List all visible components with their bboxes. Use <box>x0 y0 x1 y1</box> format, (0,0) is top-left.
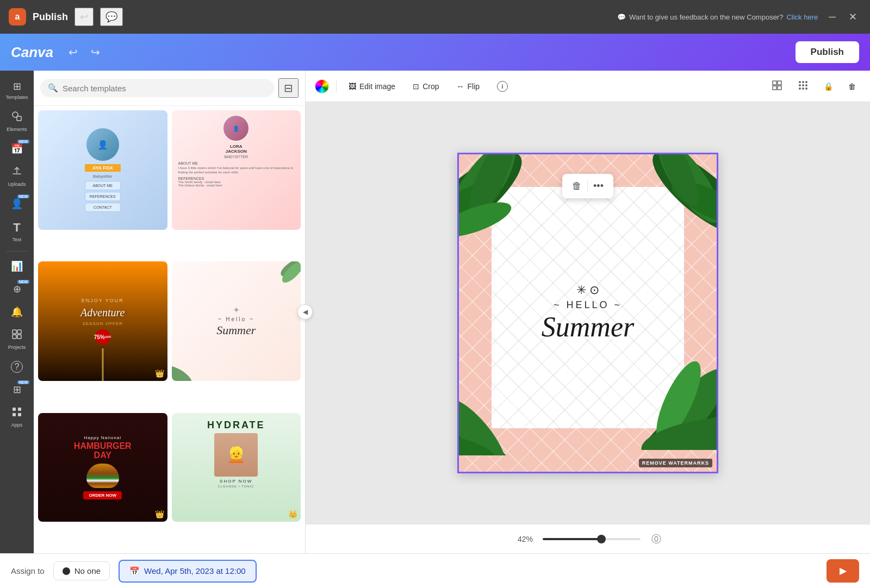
toolbar-divider-1 <box>336 80 337 93</box>
sidebar-item-text[interactable]: T Text <box>2 216 32 247</box>
editor-panel: 🖼 Edit image ⊡ Crop ↔ Flip i <box>306 71 870 553</box>
sidebar-item-new4[interactable]: NEW ⊞ <box>2 379 32 400</box>
schedule-button[interactable]: ▶ <box>826 559 859 583</box>
svg-point-18 <box>802 81 804 83</box>
app-title: Publish <box>33 11 68 23</box>
elements-label: Elements <box>7 127 27 132</box>
sidebar-narrow: ⊞ Templates Elements NEW 📅 <box>0 71 34 553</box>
projects-icon <box>11 329 22 342</box>
search-input-wrap: 🔍 <box>40 79 274 97</box>
svg-rect-6 <box>13 408 16 411</box>
crown-icon-adventure: 👑 <box>155 369 164 378</box>
apps-label: Apps <box>11 422 23 428</box>
template-card-babysitter1[interactable]: 👤 AYA FOX Babysitter ABOUT ME REFERENCES… <box>38 110 167 230</box>
undo-app-button[interactable]: ↩ <box>74 8 94 26</box>
svg-point-20 <box>799 84 801 86</box>
no-one-label: No one <box>74 566 101 576</box>
sidebar-item-analytics[interactable]: 📊 <box>2 256 32 277</box>
minimize-button[interactable]: ─ <box>824 9 840 25</box>
editor-body: ⊞ Templates Elements NEW 📅 <box>0 71 870 553</box>
trash-icon: 🗑 <box>848 82 856 91</box>
panel-hide-button[interactable]: ◀ <box>297 304 313 320</box>
uploads-label: Uploads <box>8 182 26 187</box>
bell-icon: 🔔 <box>11 306 23 318</box>
zoom-slider-thumb[interactable] <box>597 535 606 543</box>
close-button[interactable]: ✕ <box>844 9 861 25</box>
ctx-menu-divider <box>587 181 588 192</box>
svg-point-17 <box>799 81 801 83</box>
zoom-slider-wrap <box>543 538 641 540</box>
zoom-help-icon[interactable]: ⓪ <box>651 533 661 546</box>
pattern-tool-button[interactable] <box>792 77 814 96</box>
color-picker[interactable] <box>314 79 330 94</box>
templates-icon: ⊞ <box>13 80 21 92</box>
grid-tool-icon <box>772 80 782 92</box>
sidebar-divider <box>6 251 28 252</box>
delete-button[interactable]: 🗑 <box>843 79 861 94</box>
canvas-context-menu: 🗑 ••• <box>562 174 613 198</box>
grid-tool-button[interactable] <box>766 77 788 96</box>
leaf-bottom-left <box>457 358 540 455</box>
zoom-value: 42% <box>514 535 536 543</box>
templates-label: Templates <box>5 95 28 100</box>
publish-button[interactable]: Publish <box>796 41 859 63</box>
analytics-icon: 📊 <box>11 260 23 272</box>
undo-button[interactable]: ↩ <box>64 43 82 61</box>
flip-button[interactable]: ↔ Flip <box>451 79 486 94</box>
toolbar: 🖼 Edit image ⊡ Crop ↔ Flip i <box>306 71 870 102</box>
comment-button[interactable]: 💬 <box>100 8 123 26</box>
sidebar-item-apps[interactable]: Apps <box>2 402 32 432</box>
more-options-button[interactable]: ••• <box>590 178 607 194</box>
projects-label: Projects <box>8 345 26 350</box>
feedback-icon: 💬 <box>617 13 626 21</box>
svg-rect-3 <box>17 330 21 334</box>
edit-image-button[interactable]: 🖼 Edit image <box>343 79 401 94</box>
filter-button[interactable]: ⊟ <box>278 78 299 98</box>
canvas-area[interactable]: ✳ ⊙ ~ HELLO ~ Summer 🗑 ••• REMOVE WATERM… <box>306 102 870 524</box>
main-content: Canva ↩ ↪ Publish ⊞ Templates Elements <box>0 34 870 588</box>
svg-point-23 <box>799 87 801 90</box>
svg-point-19 <box>805 81 807 83</box>
sidebar-item-elements[interactable]: Elements <box>2 107 32 136</box>
search-icon: 🔍 <box>48 83 58 93</box>
no-one-button[interactable]: No one <box>53 561 110 580</box>
watermark-badge[interactable]: REMOVE WATERMARKS <box>639 459 712 467</box>
left-panel: 🔍 ⊟ 👤 AYA FOX Babysitter ABOUT ME <box>34 71 306 553</box>
crop-icon: ⊡ <box>413 82 419 91</box>
zoom-slider[interactable] <box>543 538 641 540</box>
crown-icon-hydrate: 👑 <box>288 510 297 518</box>
template-card-hello-summer-small[interactable]: ✦ ~ Hello ~ Summer <box>172 261 301 381</box>
sidebar-item-uploads[interactable]: Uploads <box>2 161 32 191</box>
template-card-hydrate[interactable]: HYDRATE 👱 SHOP NOW CLEANSE • TONIC 👑 <box>172 413 301 522</box>
app-logo-icon[interactable]: a <box>9 8 26 26</box>
sidebar-item-new2[interactable]: NEW 👤 <box>2 193 32 214</box>
sidebar-item-bell[interactable]: 🔔 <box>2 302 32 322</box>
crop-button[interactable]: ⊡ Crop <box>407 79 444 94</box>
template-card-adventure[interactable]: ENJOY YOUR Adventure SEASON OFFER 75%OFF… <box>38 261 167 381</box>
sidebar-item-new3[interactable]: NEW ⊕ <box>2 279 32 299</box>
crown-icon-hamburger: 👑 <box>155 510 164 518</box>
search-input[interactable] <box>63 84 266 93</box>
people-icon: 👤 <box>11 198 23 210</box>
editor-header: Canva ↩ ↪ Publish <box>0 34 870 71</box>
lock-icon: 🔒 <box>824 82 833 91</box>
svg-rect-1 <box>17 116 21 121</box>
template-card-babysitter2[interactable]: 👤 LORAJACKSON BABYSITTER ABOUT ME I have… <box>172 110 301 230</box>
delete-canvas-button[interactable]: 🗑 <box>569 178 585 194</box>
sidebar-item-templates[interactable]: ⊞ Templates <box>2 76 32 104</box>
lock-button[interactable]: 🔒 <box>818 79 838 94</box>
redo-button[interactable]: ↪ <box>86 43 104 61</box>
sidebar-item-help[interactable]: ? <box>2 356 32 377</box>
template-card-hamburger[interactable]: Happy National HAMBURGERDay ORDER NOW 👑 <box>38 413 167 522</box>
flip-icon: ↔ <box>457 82 464 91</box>
sidebar-item-projects[interactable]: Projects <box>2 324 32 354</box>
design-canvas[interactable]: ✳ ⊙ ~ HELLO ~ Summer 🗑 ••• REMOVE WATERM… <box>457 153 718 473</box>
edit-image-label: Edit image <box>359 82 395 91</box>
svg-point-21 <box>802 84 804 86</box>
window-controls: ─ ✕ <box>824 9 861 25</box>
schedule-date-button[interactable]: 📅 Wed, Apr 5th, 2023 at 12:00 <box>119 560 257 583</box>
sidebar-item-new1[interactable]: NEW 📅 <box>2 139 32 159</box>
info-button[interactable]: i <box>492 78 513 95</box>
svg-point-25 <box>805 87 807 90</box>
feedback-link[interactable]: Click here <box>786 13 818 21</box>
